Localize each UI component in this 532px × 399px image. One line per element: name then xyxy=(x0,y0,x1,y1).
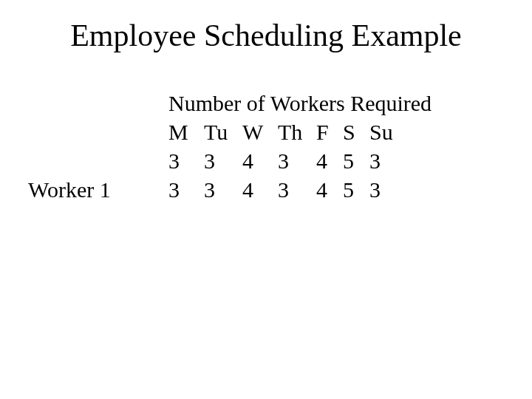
required-su: 3 xyxy=(369,146,405,175)
day-header-w: W xyxy=(242,117,278,146)
required-m: 3 xyxy=(168,146,204,175)
day-header-th: Th xyxy=(278,117,316,146)
worker1-w: 4 xyxy=(242,175,278,204)
worker1-s: 5 xyxy=(343,175,369,204)
required-f: 4 xyxy=(316,146,343,175)
worker1-row: Worker 1 3 3 4 3 4 5 3 xyxy=(28,175,432,204)
required-row: 3 3 4 3 4 5 3 xyxy=(28,146,432,175)
slide: Employee Scheduling Example Number of Wo… xyxy=(0,0,532,399)
worker1-label: Worker 1 xyxy=(28,175,168,204)
worker1-th: 3 xyxy=(278,175,316,204)
required-w: 4 xyxy=(242,146,278,175)
day-header-f: F xyxy=(316,117,343,146)
required-tu: 3 xyxy=(204,146,242,175)
day-header-su: Su xyxy=(369,117,405,146)
worker1-tu: 3 xyxy=(204,175,242,204)
day-header-s: S xyxy=(343,117,369,146)
required-s: 5 xyxy=(343,146,369,175)
slide-content: Number of Workers Required M Tu W Th F S… xyxy=(28,89,432,204)
table-header-line: Number of Workers Required xyxy=(28,89,432,117)
required-th: 3 xyxy=(278,146,316,175)
worker1-su: 3 xyxy=(369,175,405,204)
day-header-m: M xyxy=(168,117,204,146)
worker1-f: 4 xyxy=(316,175,343,204)
day-header-row: M Tu W Th F S Su xyxy=(28,117,432,146)
worker1-m: 3 xyxy=(168,175,204,204)
slide-title: Employee Scheduling Example xyxy=(0,18,532,53)
day-header-tu: Tu xyxy=(204,117,242,146)
